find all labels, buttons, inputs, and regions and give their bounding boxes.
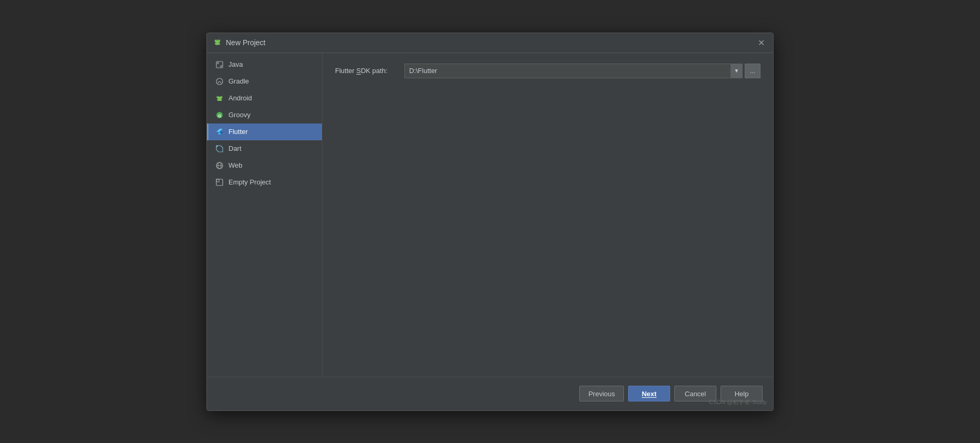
dart-icon (215, 144, 224, 153)
sidebar-item-empty[interactable]: Empty Project (207, 174, 322, 191)
title-bar-left: New Project (213, 37, 265, 48)
sidebar-item-groovy[interactable]: G Groovy (207, 107, 322, 123)
svg-point-12 (218, 96, 218, 96)
gradle-icon (215, 77, 224, 86)
sidebar-item-gradle[interactable]: Gradle (207, 73, 322, 90)
main-content: Flutter SDK path: D:\Flutter ▼ ... (322, 53, 773, 377)
svg-marker-24 (216, 146, 218, 148)
sidebar-label-gradle: Gradle (228, 77, 249, 85)
next-button[interactable]: Next (628, 386, 670, 401)
svg-point-13 (220, 96, 221, 96)
svg-point-2 (218, 39, 219, 40)
sidebar-label-java: Java (228, 60, 243, 68)
title-bar: New Project ✕ (207, 33, 773, 53)
svg-text:G: G (218, 113, 221, 118)
sidebar-item-flutter[interactable]: Flutter (207, 123, 322, 140)
sdk-input-wrapper: D:\Flutter ▼ ... (404, 64, 760, 78)
sidebar-item-dart[interactable]: Dart (207, 140, 322, 157)
svg-rect-6 (219, 43, 220, 45)
svg-rect-8 (216, 61, 219, 64)
sidebar-item-android[interactable]: Android (207, 90, 322, 107)
svg-rect-28 (216, 179, 223, 186)
svg-rect-0 (216, 43, 219, 45)
android-logo-icon (213, 37, 222, 48)
sidebar-label-flutter: Flutter (228, 128, 248, 136)
dialog-footer: Previous Next Cancel Help (207, 377, 773, 410)
android-item-icon (215, 94, 224, 103)
watermark: CSDN @初学者-Study (709, 398, 767, 406)
svg-rect-16 (217, 99, 218, 100)
sidebar-label-web: Web (228, 161, 243, 169)
previous-button[interactable]: Previous (579, 386, 624, 401)
java-icon (215, 60, 224, 69)
sdk-dropdown-container: D:\Flutter ▼ (404, 64, 743, 78)
svg-rect-5 (215, 43, 216, 45)
groovy-icon: G (215, 110, 224, 120)
dialog-body: Java Gradle (207, 53, 773, 377)
sdk-path-label: Flutter SDK path: (335, 67, 398, 75)
sidebar-item-java[interactable]: Java (207, 56, 322, 73)
watermark-text: CSDN @初学者-Study (709, 399, 767, 405)
close-button[interactable]: ✕ (755, 37, 767, 48)
sdk-dropdown-arrow-button[interactable]: ▼ (731, 64, 743, 78)
svg-rect-17 (221, 99, 222, 100)
flutter-icon (215, 127, 224, 137)
empty-project-icon (215, 178, 224, 187)
sidebar: Java Gradle (207, 53, 322, 377)
svg-point-1 (216, 39, 217, 40)
sidebar-label-empty: Empty Project (228, 178, 271, 186)
svg-rect-9 (220, 65, 223, 68)
sidebar-item-web[interactable]: Web (207, 157, 322, 174)
dialog-title: New Project (226, 38, 265, 47)
sdk-path-input[interactable]: D:\Flutter (404, 64, 731, 78)
svg-marker-20 (216, 129, 223, 132)
svg-rect-11 (218, 99, 221, 101)
sidebar-label-android: Android (228, 94, 252, 102)
svg-rect-29 (216, 179, 219, 182)
sdk-browse-button[interactable]: ... (745, 64, 760, 78)
sidebar-label-groovy: Groovy (228, 111, 251, 119)
new-project-dialog: New Project ✕ Java (206, 33, 774, 411)
sdk-path-row: Flutter SDK path: D:\Flutter ▼ ... (335, 64, 760, 78)
sidebar-label-dart: Dart (228, 145, 242, 152)
web-icon (215, 161, 224, 170)
